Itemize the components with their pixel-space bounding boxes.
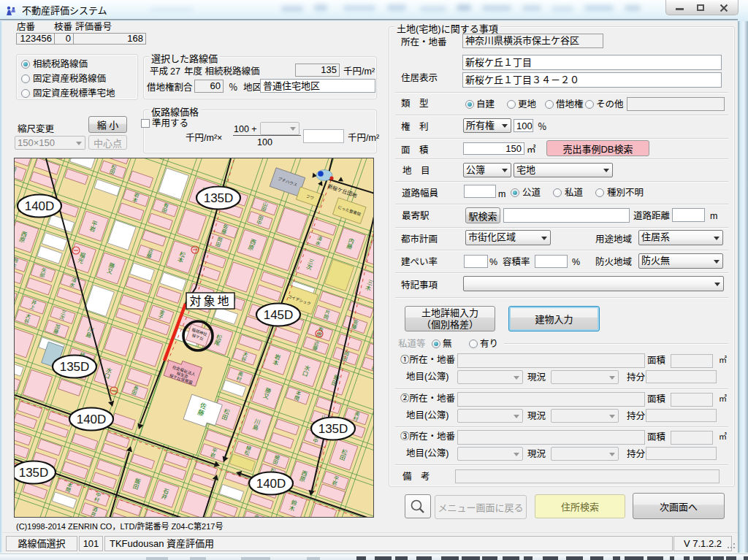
svg-text:135D: 135D: [318, 422, 348, 436]
svg-text:140D: 140D: [25, 199, 55, 213]
svg-text:135D: 135D: [60, 360, 90, 374]
svg-text:135D: 135D: [19, 466, 49, 480]
svg-text:135D: 135D: [204, 191, 234, 205]
svg-text:145D: 145D: [264, 308, 294, 322]
svg-text:対象地: 対象地: [189, 291, 231, 309]
svg-text:140D: 140D: [77, 413, 107, 426]
svg-text:140D: 140D: [256, 477, 286, 491]
